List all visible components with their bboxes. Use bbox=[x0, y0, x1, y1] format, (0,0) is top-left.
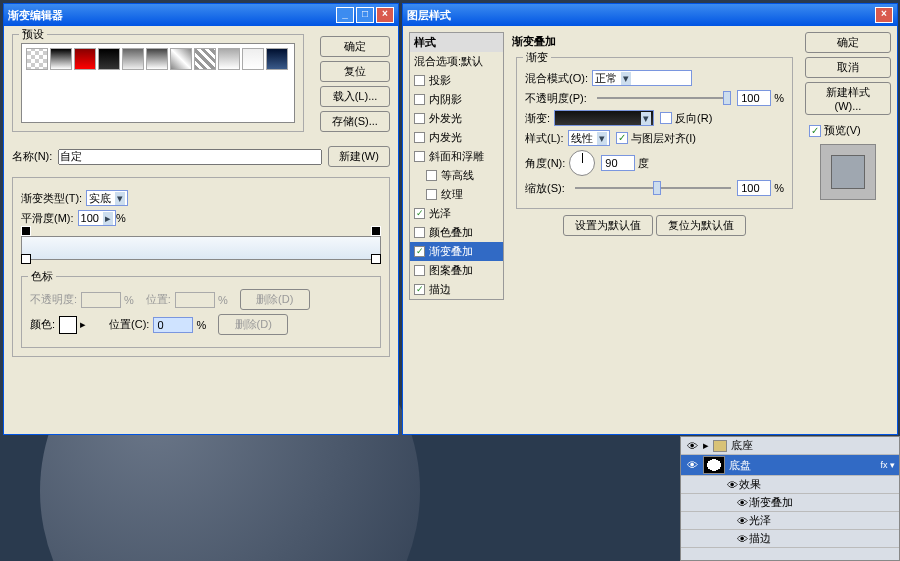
chevron-down-icon: ▾ bbox=[621, 72, 631, 85]
style-inner-glow[interactable]: 内发光 bbox=[410, 128, 503, 147]
ok-button[interactable]: 确定 bbox=[805, 32, 891, 53]
layers-panel: 👁▸底座 👁底盘fx ▾ 👁效果 👁渐变叠加 👁光泽 👁描边 bbox=[680, 436, 900, 561]
color-pos-input[interactable] bbox=[153, 317, 193, 333]
new-button[interactable]: 新建(W) bbox=[328, 146, 390, 167]
cancel-button[interactable]: 取消 bbox=[805, 57, 891, 78]
opacity-label: 不透明度(P): bbox=[525, 91, 587, 106]
style-label: 样式(L): bbox=[525, 131, 564, 146]
folder-icon bbox=[713, 440, 727, 452]
eye-icon[interactable]: 👁 bbox=[725, 479, 739, 491]
style-gradient-overlay[interactable]: ✓渐变叠加 bbox=[410, 242, 503, 261]
style-stroke[interactable]: ✓描边 bbox=[410, 280, 503, 299]
eye-icon[interactable]: 👁 bbox=[735, 533, 749, 545]
blend-label: 混合模式(O): bbox=[525, 71, 588, 86]
close-button[interactable]: × bbox=[376, 7, 394, 23]
name-label: 名称(N): bbox=[12, 149, 52, 164]
layer-folder[interactable]: 👁▸底座 bbox=[681, 437, 899, 455]
layer-fx-stroke[interactable]: 👁描边 bbox=[681, 530, 899, 548]
scale-label: 缩放(S): bbox=[525, 181, 565, 196]
color-stop-right[interactable] bbox=[371, 254, 381, 264]
color-stop-left[interactable] bbox=[21, 254, 31, 264]
style-list: 样式 混合选项:默认 投影 内阴影 外发光 内发光 斜面和浮雕 等高线 纹理 ✓… bbox=[409, 32, 504, 300]
layer-selected[interactable]: 👁底盘fx ▾ bbox=[681, 455, 899, 476]
preset-grid[interactable] bbox=[21, 43, 295, 123]
angle-label: 角度(N): bbox=[525, 156, 565, 171]
opacity-input[interactable] bbox=[737, 90, 771, 106]
smooth-label: 平滑度(M): bbox=[21, 211, 74, 226]
titlebar[interactable]: 图层样式 × bbox=[403, 4, 897, 26]
close-button[interactable]: × bbox=[875, 7, 893, 23]
color-swatch[interactable] bbox=[59, 316, 77, 334]
align-checkbox[interactable]: ✓与图层对齐(I) bbox=[616, 131, 696, 146]
pos-label: 位置: bbox=[146, 292, 171, 307]
scale-input[interactable] bbox=[737, 180, 771, 196]
set-default-button[interactable]: 设置为默认值 bbox=[563, 215, 653, 236]
style-outer-glow[interactable]: 外发光 bbox=[410, 109, 503, 128]
smooth-input[interactable]: 100▸ bbox=[78, 210, 116, 226]
layer-thumb bbox=[703, 456, 725, 474]
presets-label: 预设 bbox=[19, 27, 47, 42]
preview-thumbnail bbox=[820, 144, 876, 200]
maximize-button[interactable]: □ bbox=[356, 7, 374, 23]
style-drop-shadow[interactable]: 投影 bbox=[410, 71, 503, 90]
panel-title: 渐变叠加 bbox=[510, 32, 799, 51]
stop-opacity-input bbox=[81, 292, 121, 308]
chevron-down-icon: ▾ bbox=[597, 132, 607, 145]
grad-type-label: 渐变类型(T): bbox=[21, 191, 82, 206]
reset-default-button[interactable]: 复位为默认值 bbox=[656, 215, 746, 236]
eye-icon[interactable]: 👁 bbox=[685, 459, 699, 471]
stop-pos-input bbox=[175, 292, 215, 308]
delete-color-stop-button: 删除(D) bbox=[218, 314, 288, 335]
style-pattern-overlay[interactable]: 图案叠加 bbox=[410, 261, 503, 280]
layer-style-dialog: 图层样式 × 样式 混合选项:默认 投影 内阴影 外发光 内发光 斜面和浮雕 等… bbox=[402, 3, 898, 435]
chevron-down-icon: ▾ bbox=[641, 112, 651, 125]
reset-button[interactable]: 复位 bbox=[320, 61, 390, 82]
styles-header[interactable]: 样式 bbox=[410, 33, 503, 52]
pos2-label: 位置(C): bbox=[109, 317, 149, 332]
opacity-stop-left[interactable] bbox=[21, 226, 31, 236]
eye-icon[interactable]: 👁 bbox=[735, 497, 749, 509]
chevron-down-icon: ▾ bbox=[115, 192, 125, 205]
gradient-editor-dialog: 渐变编辑器 _ □ × 预设 bbox=[3, 3, 399, 435]
panel-subtitle: 渐变 bbox=[523, 50, 551, 65]
grad-label: 渐变: bbox=[525, 111, 550, 126]
scale-slider[interactable] bbox=[575, 187, 731, 189]
opacity-stop-right[interactable] bbox=[371, 226, 381, 236]
style-blending[interactable]: 混合选项:默认 bbox=[410, 52, 503, 71]
layer-fx-satin[interactable]: 👁光泽 bbox=[681, 512, 899, 530]
minimize-button[interactable]: _ bbox=[336, 7, 354, 23]
delete-opacity-stop-button: 删除(D) bbox=[240, 289, 310, 310]
style-color-overlay[interactable]: 颜色叠加 bbox=[410, 223, 503, 242]
style-bevel[interactable]: 斜面和浮雕 bbox=[410, 147, 503, 166]
dialog-title: 图层样式 bbox=[407, 8, 873, 23]
eye-icon[interactable]: 👁 bbox=[735, 515, 749, 527]
name-input[interactable] bbox=[58, 149, 322, 165]
reverse-checkbox[interactable]: 反向(R) bbox=[660, 111, 712, 126]
load-button[interactable]: 载入(L)... bbox=[320, 86, 390, 107]
layer-effects[interactable]: 👁效果 bbox=[681, 476, 899, 494]
opacity-label: 不透明度: bbox=[30, 292, 77, 307]
style-contour[interactable]: 等高线 bbox=[410, 166, 503, 185]
chevron-down-icon: ▸ bbox=[103, 212, 113, 225]
blend-select[interactable]: 正常▾ bbox=[592, 70, 692, 86]
style-texture[interactable]: 纹理 bbox=[410, 185, 503, 204]
angle-input[interactable] bbox=[601, 155, 635, 171]
ok-button[interactable]: 确定 bbox=[320, 36, 390, 57]
titlebar[interactable]: 渐变编辑器 _ □ × bbox=[4, 4, 398, 26]
grad-type-select[interactable]: 实底▾ bbox=[86, 190, 128, 206]
save-button[interactable]: 存储(S)... bbox=[320, 111, 390, 132]
preview-checkbox[interactable]: ✓预览(V) bbox=[809, 123, 861, 138]
gradient-bar[interactable] bbox=[21, 236, 381, 260]
style-inner-shadow[interactable]: 内阴影 bbox=[410, 90, 503, 109]
angle-dial[interactable] bbox=[569, 150, 595, 176]
style-select[interactable]: 线性▾ bbox=[568, 130, 610, 146]
color-label: 颜色: bbox=[30, 317, 55, 332]
style-satin[interactable]: ✓光泽 bbox=[410, 204, 503, 223]
gradient-picker[interactable]: ▾ bbox=[554, 110, 654, 126]
opacity-slider[interactable] bbox=[597, 97, 731, 99]
eye-icon[interactable]: 👁 bbox=[685, 440, 699, 452]
stops-title: 色标 bbox=[28, 269, 56, 284]
new-style-button[interactable]: 新建样式(W)... bbox=[805, 82, 891, 115]
dialog-title: 渐变编辑器 bbox=[8, 8, 334, 23]
layer-fx-grad[interactable]: 👁渐变叠加 bbox=[681, 494, 899, 512]
